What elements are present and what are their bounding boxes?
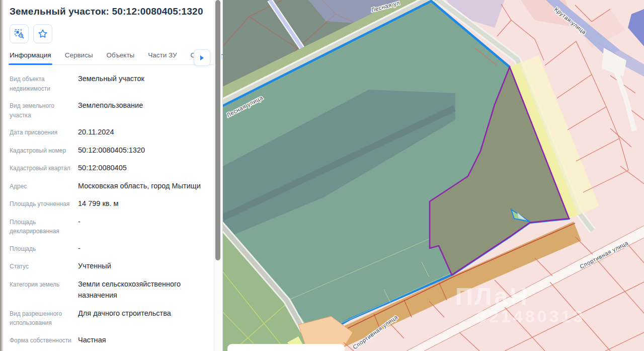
- tabs-scroll-right-button[interactable]: [194, 49, 210, 66]
- parcel-attributes: Вид объекта недвижимости Земельный участ…: [10, 73, 214, 345]
- map-canvas[interactable]: ПЛаН 321480313 Лесная улица Лесная ул Кр…: [223, 0, 644, 351]
- attribute-row: Статус Учтенный: [10, 260, 214, 271]
- chevron-right-icon: [200, 55, 204, 60]
- cadastral-map-app: Земельный участок: 50:12:0080405:1320: [0, 0, 644, 351]
- attribute-row: Вид объекта недвижимости Земельный участ…: [10, 73, 214, 93]
- attribute-row: Вид земельного участка Землепользование: [10, 100, 214, 120]
- attribute-row: Вид разрешенного использования Для дачно…: [10, 308, 214, 328]
- parcel-tabs: Информация Сервисы Объекты Части ЗУ Сост…: [10, 51, 217, 65]
- tab-objects[interactable]: Объекты: [107, 51, 135, 59]
- favorite-button[interactable]: [33, 24, 52, 43]
- tab-services[interactable]: Сервисы: [65, 51, 93, 59]
- panel-scrollbar-track[interactable]: [214, 0, 221, 351]
- select-zoom-icon: [14, 28, 25, 39]
- attribute-row: Форма собственности Частная: [10, 334, 214, 345]
- attribute-row: Площадь уточненная 14 799 кв. м: [10, 198, 214, 209]
- attribute-row: Дата присвоения 20.11.2024: [10, 126, 214, 137]
- cadastral-map[interactable]: ПЛаН 321480313 Лесная улица Лесная ул Кр…: [223, 0, 644, 351]
- star-icon: [37, 28, 48, 39]
- attribute-row: Категория земель Земли сельскохозяйствен…: [10, 278, 214, 301]
- attribute-row: Площадь -: [10, 243, 214, 254]
- page-title: Земельный участок: 50:12:0080405:1320: [10, 6, 214, 17]
- panel-scrollbar-thumb[interactable]: [215, 0, 220, 260]
- attribute-row: Адрес Московская область, город Мытищи: [10, 180, 214, 191]
- tab-information[interactable]: Информация: [10, 51, 51, 59]
- attribute-row: Кадастровый номер 50:12:0080405:1320: [10, 145, 214, 156]
- attribute-row: Площадь декларированная -: [10, 216, 214, 236]
- attribute-row: Кадастровый квартал 50:12:0080405: [10, 162, 214, 173]
- zoom-to-object-button[interactable]: [10, 24, 29, 43]
- window-edge-shadow: [0, 0, 4, 351]
- map-watermark-number: 321480313: [477, 307, 585, 326]
- map-watermark: ПЛаН: [455, 283, 529, 310]
- map-bottom-panel[interactable]: [227, 344, 345, 351]
- tab-parcel-parts[interactable]: Части ЗУ: [148, 51, 177, 59]
- parcel-toolbar: [10, 24, 214, 43]
- parcel-info-panel: Земельный участок: 50:12:0080405:1320: [0, 0, 223, 351]
